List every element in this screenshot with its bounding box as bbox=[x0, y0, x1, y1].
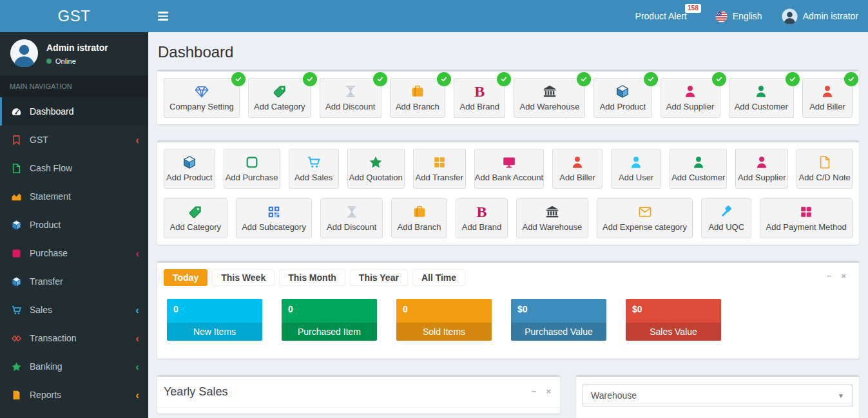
company-setting-button[interactable]: Company Setting bbox=[164, 78, 240, 118]
sidebar-item-purchase[interactable]: Purchase‹ bbox=[0, 239, 148, 267]
sidebar-item-sales[interactable]: Sales‹ bbox=[0, 296, 148, 324]
close-icon[interactable]: × bbox=[546, 386, 551, 396]
add-purchase-button[interactable]: Add Purchase bbox=[224, 149, 280, 189]
gem-icon bbox=[195, 84, 209, 99]
quick-button-label: Add Category bbox=[170, 222, 222, 232]
language-menu[interactable]: English bbox=[706, 0, 772, 32]
add-quotation-button[interactable]: Add Quotation bbox=[347, 149, 405, 189]
add-category-button[interactable]: Add Category bbox=[248, 78, 311, 118]
add-branch-button[interactable]: Add Branch bbox=[390, 78, 446, 118]
collapse-icon[interactable]: − bbox=[532, 386, 537, 396]
stat-label: Purchased Item bbox=[282, 323, 377, 341]
sidebar-item-gst[interactable]: GST‹ bbox=[0, 126, 148, 154]
quick-button-label: Add Product bbox=[166, 173, 213, 182]
star-icon bbox=[10, 361, 23, 372]
add-brand-button[interactable]: BAdd Brand bbox=[454, 78, 505, 118]
sidebar-item-statement[interactable]: Statement bbox=[0, 182, 148, 211]
bank-icon bbox=[543, 84, 557, 99]
stat-value: 0 bbox=[167, 299, 262, 323]
sidebar-item-dashboard[interactable]: Dashboard bbox=[0, 97, 148, 126]
stats-tabs: TodayThis WeekThis MonthThis YearAll Tim… bbox=[157, 263, 859, 286]
add-branch-button[interactable]: Add Branch bbox=[391, 198, 447, 238]
stat-label: New Items bbox=[167, 323, 262, 341]
sidebar-toggle-button[interactable] bbox=[148, 0, 178, 32]
stat-label: Purchased Value bbox=[511, 323, 606, 341]
add-bank-account-button[interactable]: Add Bank Account bbox=[474, 149, 544, 189]
add-biller-button[interactable]: Add Biller bbox=[552, 149, 603, 189]
add-user-button[interactable]: Add User bbox=[611, 149, 661, 189]
yearly-sales-title: Yearly Sales bbox=[164, 385, 227, 398]
quick-button-label: Add User bbox=[619, 173, 653, 182]
add-biller-button[interactable]: Add Biller bbox=[802, 78, 853, 118]
user-menu[interactable]: Admin istrator bbox=[772, 0, 868, 32]
tab-this-week[interactable]: This Week bbox=[212, 269, 275, 286]
add-warehouse-button[interactable]: Add Warehouse bbox=[514, 78, 585, 118]
stat-box-purchased-value: $0Purchased Value bbox=[511, 299, 606, 341]
quick-button-label: Add Payment Method bbox=[766, 222, 847, 232]
sidebar-item-transaction[interactable]: Transaction‹ bbox=[0, 324, 148, 352]
tab-this-year[interactable]: This Year bbox=[350, 269, 408, 286]
quick-button-label: Add Sales bbox=[294, 173, 333, 182]
add-category-button[interactable]: Add Category bbox=[164, 198, 227, 238]
add-transfer-button[interactable]: Add Transfer bbox=[413, 149, 466, 189]
add-subcategory-button[interactable]: Add Subcategory bbox=[236, 198, 313, 238]
sidebar-item-cash-flow[interactable]: Cash Flow bbox=[0, 154, 148, 182]
sidebar-item-reports[interactable]: Reports‹ bbox=[0, 381, 148, 409]
add-c-d-note-button[interactable]: Add C/D Note bbox=[796, 149, 853, 189]
chevron-left-icon: ‹ bbox=[135, 361, 139, 372]
quick-button-label: Add Transfer bbox=[415, 173, 463, 182]
add-product-button[interactable]: Add Product bbox=[164, 149, 215, 189]
add-brand-button[interactable]: BAdd Brand bbox=[456, 198, 508, 238]
add-payment-method-button[interactable]: Add Payment Method bbox=[760, 198, 853, 238]
add-expense-category-button[interactable]: Add Expense category bbox=[597, 198, 693, 238]
chevron-left-icon: ‹ bbox=[135, 248, 139, 259]
grid-icon bbox=[799, 205, 813, 219]
stat-value: 0 bbox=[396, 299, 492, 323]
star-icon bbox=[369, 155, 383, 169]
add-warehouse-button[interactable]: Add Warehouse bbox=[516, 198, 588, 238]
stat-label: Sales Value bbox=[626, 323, 721, 341]
stats-panel: − × TodayThis WeekThis MonthThis YearAll… bbox=[157, 261, 859, 359]
sidebar-item-product[interactable]: Product bbox=[0, 211, 148, 239]
sidebar-user-panel: Admin istrator Online bbox=[0, 32, 148, 75]
app-logo[interactable]: GST bbox=[0, 0, 148, 32]
quick-button-label: Add Purchase bbox=[226, 173, 278, 182]
close-icon[interactable]: × bbox=[841, 271, 846, 281]
quick-button-label: Company Setting bbox=[169, 102, 234, 111]
quick-button-label: Add Expense category bbox=[603, 222, 687, 232]
stats-row: 0New Items0Purchased Item0Sold Items$0Pu… bbox=[157, 286, 859, 359]
add-supplier-button[interactable]: Add Supplier bbox=[735, 149, 788, 189]
chevron-left-icon: ‹ bbox=[135, 305, 139, 316]
us-flag-icon bbox=[715, 10, 728, 23]
chevron-left-icon: ‹ bbox=[135, 135, 139, 146]
person-icon bbox=[754, 84, 768, 99]
product-alert-link[interactable]: Product Alert 158 bbox=[626, 0, 706, 32]
quick-button-label: Add Discount bbox=[327, 222, 376, 232]
add-shortcuts-panel: Add ProductAdd PurchaseAdd SalesAdd Quot… bbox=[157, 140, 859, 245]
quick-button-label: Add Subcategory bbox=[242, 222, 306, 232]
add-discount-button[interactable]: Add Discount bbox=[320, 78, 381, 118]
tab-this-month[interactable]: This Month bbox=[279, 269, 345, 286]
add-customer-button[interactable]: Add Customer bbox=[729, 78, 794, 118]
shortcut-row: Add CategoryAdd SubcategoryAdd DiscountA… bbox=[164, 198, 853, 238]
add-product-button[interactable]: Add Product bbox=[593, 78, 651, 118]
add-customer-button[interactable]: Add Customer bbox=[670, 149, 727, 189]
check-icon bbox=[712, 72, 726, 86]
tab-today[interactable]: Today bbox=[164, 269, 207, 286]
tag-icon bbox=[188, 205, 202, 219]
sidebar-item-banking[interactable]: Banking‹ bbox=[0, 352, 148, 381]
collapse-icon[interactable]: − bbox=[827, 271, 832, 281]
sidebar-item-label: Transaction bbox=[30, 333, 77, 343]
sidebar-item-label: Dashboard bbox=[30, 106, 74, 117]
add-uqc-button[interactable]: Add UQC bbox=[701, 198, 751, 238]
add-supplier-button[interactable]: Add Supplier bbox=[661, 78, 720, 118]
add-discount-button[interactable]: Add Discount bbox=[320, 198, 383, 238]
sidebar-avatar bbox=[10, 39, 39, 68]
quick-button-label: Add Quotation bbox=[349, 173, 403, 182]
add-sales-button[interactable]: Add Sales bbox=[289, 149, 339, 189]
tab-all-time[interactable]: All Time bbox=[412, 269, 465, 286]
sidebar-item-transfer[interactable]: Transfer bbox=[0, 267, 148, 296]
quick-button-label: Add Brand bbox=[462, 222, 501, 232]
language-label: English bbox=[733, 11, 762, 21]
warehouse-select[interactable]: Warehouse ▼ bbox=[583, 385, 853, 406]
